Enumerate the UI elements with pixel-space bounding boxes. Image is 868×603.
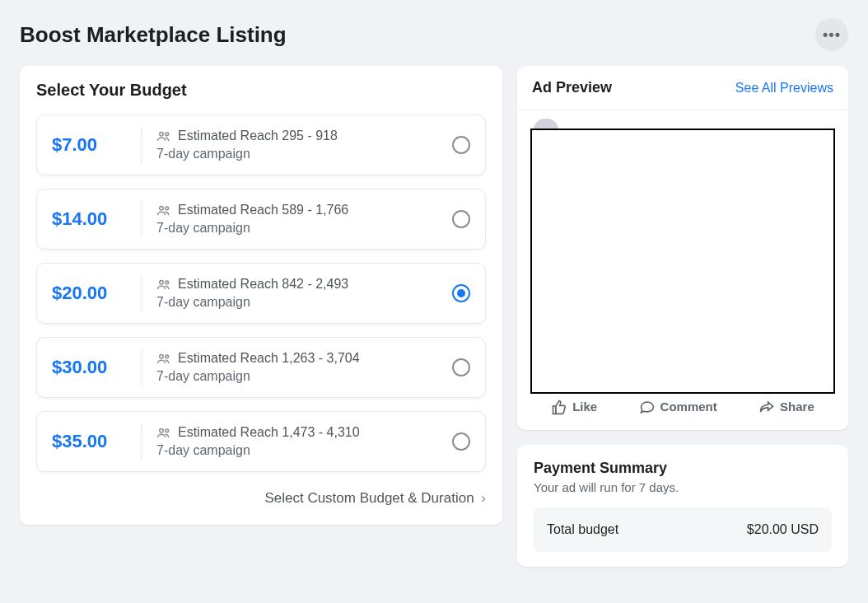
budget-option[interactable]: $7.00 Estimated Reach 295 - 918 7-day ca… <box>36 115 486 175</box>
people-icon <box>156 353 171 364</box>
people-icon <box>156 204 171 216</box>
total-budget-label: Total budget <box>547 522 618 537</box>
reach-text: Estimated Reach 842 - 2,493 <box>178 277 348 292</box>
budget-radio[interactable] <box>452 210 470 228</box>
svg-point-3 <box>166 207 169 210</box>
page-title: Boost Marketplace Listing <box>20 22 287 48</box>
budget-option[interactable]: $20.00 Estimated Reach 842 - 2,493 7-day… <box>36 263 486 324</box>
see-all-previews-link[interactable]: See All Previews <box>735 81 833 96</box>
svg-point-7 <box>166 355 169 358</box>
svg-point-9 <box>166 429 169 432</box>
total-budget-value: $20.00 USD <box>747 522 819 537</box>
ad-preview-heading: Ad Preview <box>532 79 612 96</box>
budget-price: $7.00 <box>52 134 134 156</box>
campaign-text: 7-day campaign <box>156 369 452 384</box>
campaign-text: 7-day campaign <box>156 147 452 161</box>
share-icon <box>758 399 775 415</box>
summary-sub: Your ad will run for 7 days. <box>534 480 832 494</box>
people-icon <box>156 427 171 438</box>
summary-heading: Payment Summary <box>534 460 832 477</box>
campaign-text: 7-day campaign <box>156 443 452 458</box>
reach-text: Estimated Reach 589 - 1,766 <box>178 203 348 217</box>
custom-budget-link[interactable]: Select Custom Budget & Duration › <box>36 490 486 507</box>
budget-card: Select Your Budget $7.00 Estimated Reach… <box>20 66 502 525</box>
reach-text: Estimated Reach 1,263 - 3,704 <box>178 351 360 366</box>
share-button[interactable]: Share <box>758 399 814 415</box>
comment-icon <box>639 399 656 415</box>
budget-heading: Select Your Budget <box>36 81 486 100</box>
like-button[interactable]: Like <box>551 399 597 415</box>
budget-radio[interactable] <box>452 432 470 451</box>
svg-point-1 <box>166 133 169 136</box>
comment-label: Comment <box>660 400 717 414</box>
budget-option[interactable]: $14.00 Estimated Reach 589 - 1,766 7-day… <box>36 189 486 250</box>
share-label: Share <box>780 400 814 414</box>
ellipsis-icon: ••• <box>823 26 841 44</box>
payment-summary-card: Payment Summary Your ad will run for 7 d… <box>517 445 848 567</box>
budget-price: $20.00 <box>52 283 134 304</box>
budget-radio[interactable] <box>452 136 470 154</box>
budget-radio[interactable] <box>452 284 470 302</box>
campaign-text: 7-day campaign <box>156 295 452 310</box>
budget-radio[interactable] <box>452 358 470 376</box>
svg-point-0 <box>160 133 164 137</box>
people-icon <box>156 130 171 142</box>
svg-point-2 <box>160 207 164 211</box>
svg-point-5 <box>166 281 169 284</box>
svg-point-8 <box>160 429 164 433</box>
svg-point-4 <box>160 281 164 285</box>
thumbs-up-icon <box>551 399 567 415</box>
like-label: Like <box>572 400 597 414</box>
campaign-text: 7-day campaign <box>156 221 452 236</box>
comment-button[interactable]: Comment <box>639 399 717 415</box>
budget-price: $14.00 <box>52 208 134 230</box>
budget-price: $30.00 <box>52 357 134 378</box>
ad-preview-frame <box>530 129 835 394</box>
budget-option[interactable]: $30.00 Estimated Reach 1,263 - 3,704 7-d… <box>36 337 486 398</box>
people-icon <box>156 278 171 290</box>
budget-price: $35.00 <box>52 431 134 452</box>
reach-text: Estimated Reach 1,473 - 4,310 <box>178 425 360 440</box>
reach-text: Estimated Reach 295 - 918 <box>178 129 338 143</box>
chevron-right-icon: › <box>481 490 486 506</box>
more-options-button[interactable]: ••• <box>815 18 848 51</box>
custom-budget-label: Select Custom Budget & Duration <box>264 490 474 506</box>
total-budget-row: Total budget $20.00 USD <box>534 507 832 552</box>
ad-preview-card: Ad Preview See All Previews Like Comment <box>517 66 848 430</box>
svg-point-6 <box>160 355 164 359</box>
budget-option[interactable]: $35.00 Estimated Reach 1,473 - 4,310 7-d… <box>36 411 486 472</box>
